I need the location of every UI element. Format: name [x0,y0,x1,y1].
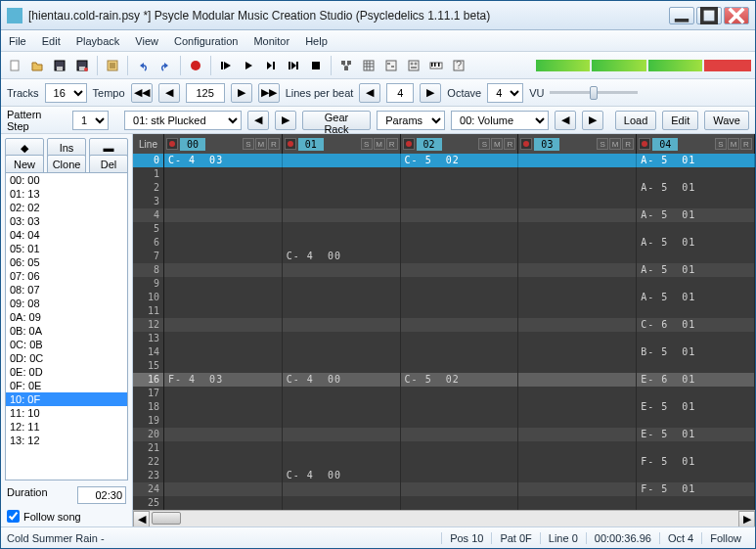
pattern-cell[interactable] [283,387,401,400]
menu-help[interactable]: Help [305,35,328,47]
pattern-cell[interactable] [164,250,283,263]
pattern-row[interactable]: 4A- 5 01 [133,208,755,222]
sequence-item[interactable]: 08: 07 [6,283,127,297]
sequence-item[interactable]: 03: 03 [6,214,127,228]
pattern-cell[interactable] [283,208,401,222]
pattern-row[interactable]: 17 [133,387,755,400]
pattern-cell[interactable] [283,222,401,236]
pattern-cell[interactable] [164,345,283,359]
track-header[interactable]: 01SMR [283,134,401,154]
track-m-button[interactable]: M [255,138,267,150]
pattern-cell[interactable]: F- 4 03 [164,373,283,387]
menu-monitor[interactable]: Monitor [253,35,289,47]
sequence-item[interactable]: 0A: 09 [6,310,127,324]
play-pattern-icon[interactable] [261,56,281,75]
pattern-cell[interactable] [164,387,283,400]
pattern-cell[interactable] [164,277,283,291]
pattern-row[interactable]: 7C- 4 00 [133,250,755,263]
pattern-cell[interactable] [164,496,283,510]
pattern-cell[interactable] [401,304,519,318]
pattern-cell[interactable] [518,359,637,373]
pattern-row[interactable]: 11 [133,304,755,318]
pattern-cell[interactable] [401,428,519,441]
pattern-cell[interactable] [637,277,755,291]
pattern-cell[interactable] [164,482,283,496]
pattern-row[interactable]: 24F- 5 01 [133,482,755,496]
pattern-cell[interactable] [164,400,283,414]
track-r-button[interactable]: R [622,138,634,150]
wave-button[interactable]: Wave [704,111,749,130]
pattern-cell[interactable] [283,332,401,345]
sequence-item[interactable]: 0D: 0C [6,351,127,365]
track-s-button[interactable]: S [478,138,490,150]
pattern-row[interactable]: 9 [133,277,755,291]
pattern-cell[interactable] [283,441,401,455]
pattern-cell[interactable] [401,455,519,469]
redo-icon[interactable] [156,56,175,75]
pattern-cell[interactable] [401,181,519,195]
play-block-icon[interactable] [284,56,303,75]
pattern-cell[interactable] [637,332,755,345]
pattern-cell[interactable] [637,441,755,455]
record-icon[interactable] [186,56,205,75]
pattern-cell[interactable] [164,181,283,195]
edit-button[interactable]: Edit [662,111,698,130]
track-header[interactable]: 02SMR [401,134,519,154]
maximize-button[interactable] [696,7,722,24]
pattern-cell[interactable] [164,359,283,373]
octave-select[interactable]: 4 [487,83,523,103]
help-icon[interactable]: ? [449,56,468,75]
pattern-cell[interactable] [518,441,637,455]
pattern-cell[interactable]: C- 4 03 [164,154,283,167]
scroll-right-icon[interactable]: ▶ [738,511,755,527]
sequence-item[interactable]: 04: 04 [6,228,127,242]
pattern-cell[interactable] [518,222,637,236]
machine-view-icon[interactable] [336,56,356,75]
pattern-cell[interactable]: A- 5 01 [637,236,755,250]
sequence-item[interactable]: 00: 00 [6,173,127,187]
menu-view[interactable]: View [135,35,158,47]
pattern-cell[interactable] [518,428,637,441]
pattern-row[interactable]: 20E- 5 01 [133,428,755,441]
pattern-cell[interactable] [518,208,637,222]
params-select[interactable]: Params [377,111,445,130]
pattern-cell[interactable] [283,195,401,208]
pattern-cell[interactable]: A- 5 01 [637,208,755,222]
menu-playback[interactable]: Playback [76,35,120,47]
pattern-row[interactable]: 21 [133,441,755,455]
song-properties-icon[interactable] [103,56,122,75]
pattern-cell[interactable] [518,318,637,332]
track-header[interactable]: 03SMR [518,134,637,154]
pattern-cell[interactable] [164,455,283,469]
pattern-cell[interactable] [401,167,519,181]
play-start-icon[interactable] [216,56,236,75]
pattern-cell[interactable] [518,469,637,482]
pattern-cell[interactable] [637,250,755,263]
pattern-cell[interactable] [401,332,519,345]
pattern-cell[interactable] [164,263,283,277]
track-r-button[interactable]: R [268,138,280,150]
pattern-cell[interactable] [283,482,401,496]
tempo-inc-icon[interactable]: ▶ [231,83,252,103]
pattern-grid[interactable]: Line00SMR01SMR02SMR03SMR04SMR 0C- 4 03C-… [133,134,755,526]
tempo-dec-big-icon[interactable]: ◀◀ [131,83,153,103]
pattern-row[interactable]: 25 [133,496,755,510]
keyboard-icon[interactable] [426,56,446,75]
pattern-cell[interactable] [164,428,283,441]
menu-configuration[interactable]: Configuration [174,35,238,47]
pattern-cell[interactable] [164,291,283,304]
sequence-list[interactable]: 00: 0001: 1302: 0203: 0304: 0405: 0106: … [5,172,128,480]
stop-icon[interactable] [306,56,326,75]
track-record-icon[interactable] [285,138,296,150]
pattern-cell[interactable] [164,222,283,236]
pattern-cell[interactable] [283,263,401,277]
pattern-cell[interactable] [518,236,637,250]
sequence-item[interactable]: 0F: 0E [6,379,127,392]
track-r-button[interactable]: R [504,138,515,150]
pattern-cell[interactable] [283,400,401,414]
pattern-cell[interactable] [637,469,755,482]
track-r-button[interactable]: R [386,138,398,150]
track-s-button[interactable]: S [715,138,727,150]
pattern-cell[interactable] [164,304,283,318]
sequence-item[interactable]: 06: 05 [6,255,127,269]
